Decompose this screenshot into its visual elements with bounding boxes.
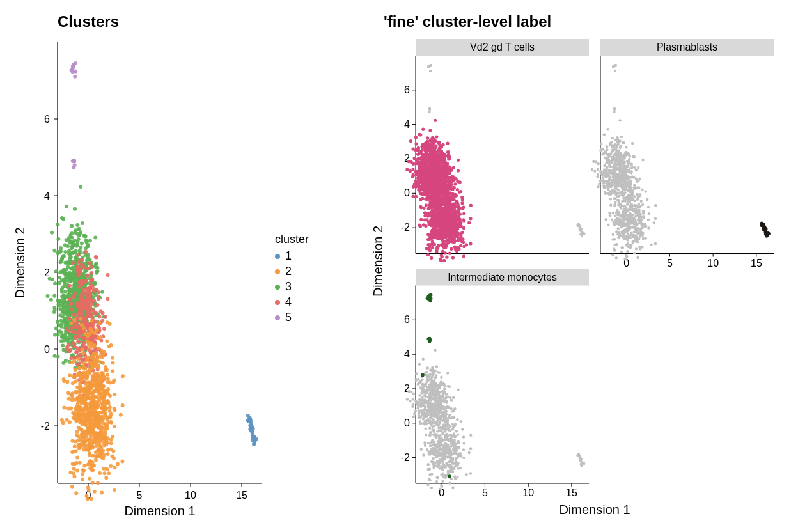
svg-point-5140 — [448, 460, 451, 463]
svg-point-908 — [73, 292, 77, 295]
svg-point-1689 — [78, 461, 82, 465]
svg-text:15: 15 — [751, 258, 762, 269]
svg-point-3200 — [458, 207, 462, 210]
svg-point-1667 — [104, 368, 107, 372]
legend-item: 3 — [275, 279, 309, 295]
svg-point-3440 — [453, 198, 456, 201]
svg-point-4211 — [607, 224, 609, 226]
svg-point-5235 — [444, 425, 447, 427]
svg-point-3376 — [428, 204, 431, 207]
svg-point-4861 — [444, 385, 446, 387]
svg-point-3865 — [616, 143, 619, 145]
svg-point-4644 — [425, 391, 428, 393]
svg-point-738 — [72, 341, 75, 345]
svg-point-864 — [82, 265, 86, 269]
svg-point-3531 — [603, 133, 606, 136]
svg-point-3005 — [440, 254, 443, 257]
svg-point-711 — [63, 268, 67, 272]
svg-point-1714 — [98, 453, 102, 457]
svg-point-3619 — [606, 148, 608, 151]
svg-point-4065 — [648, 212, 650, 215]
svg-point-1098 — [113, 393, 116, 396]
svg-point-4322 — [632, 235, 634, 238]
svg-point-1744 — [250, 430, 254, 434]
svg-point-3539 — [597, 162, 600, 165]
svg-point-3284 — [450, 180, 453, 183]
svg-point-380 — [80, 241, 84, 245]
svg-point-720 — [64, 309, 68, 313]
svg-point-1020 — [67, 329, 71, 333]
svg-point-4733 — [422, 418, 425, 420]
svg-point-2812 — [435, 162, 438, 166]
svg-point-2792 — [427, 153, 430, 156]
svg-point-5160 — [442, 472, 444, 474]
svg-point-4127 — [608, 212, 611, 214]
svg-point-748 — [88, 261, 92, 265]
svg-point-3760 — [604, 192, 607, 195]
svg-point-504 — [74, 228, 77, 232]
svg-point-4361 — [622, 233, 624, 236]
svg-point-3386 — [426, 198, 429, 201]
svg-point-2513 — [421, 175, 424, 178]
svg-point-2398 — [412, 148, 415, 151]
svg-point-2803 — [432, 157, 435, 160]
svg-point-4863 — [437, 385, 439, 387]
svg-point-2360 — [432, 137, 435, 141]
svg-point-1004 — [77, 347, 81, 350]
svg-point-4759 — [446, 396, 449, 398]
svg-point-2504 — [420, 156, 423, 159]
svg-point-5280 — [444, 430, 446, 432]
legend-dot-icon — [275, 269, 280, 274]
svg-point-4340 — [636, 223, 638, 225]
svg-point-1658 — [105, 339, 109, 343]
svg-point-3496 — [449, 206, 452, 209]
svg-point-1517 — [88, 346, 92, 350]
svg-point-1329 — [82, 327, 86, 331]
svg-point-5042 — [423, 441, 426, 444]
svg-point-3216 — [462, 254, 465, 258]
svg-point-4603 — [448, 386, 451, 388]
svg-point-1171 — [97, 347, 100, 350]
svg-point-428 — [53, 332, 57, 336]
svg-point-1669 — [95, 417, 99, 421]
svg-point-4775 — [434, 349, 436, 352]
svg-point-4122 — [625, 254, 627, 256]
svg-point-4724 — [415, 378, 418, 380]
svg-point-1010 — [77, 270, 81, 274]
svg-point-4150 — [647, 206, 650, 208]
svg-point-1697 — [86, 370, 90, 373]
svg-point-1680 — [99, 450, 103, 453]
svg-point-4876 — [435, 399, 438, 402]
svg-point-860 — [90, 265, 94, 269]
svg-point-323 — [54, 269, 58, 273]
svg-point-1323 — [77, 366, 81, 370]
svg-point-4259 — [620, 246, 623, 249]
svg-point-3756 — [608, 155, 611, 158]
svg-point-3273 — [457, 237, 460, 240]
svg-point-3342 — [431, 246, 434, 249]
svg-point-568 — [70, 224, 74, 228]
svg-point-3966 — [630, 170, 632, 173]
svg-point-5285 — [433, 442, 435, 445]
svg-point-1230 — [105, 467, 109, 471]
svg-point-2775 — [432, 188, 435, 191]
svg-point-5210 — [449, 429, 451, 432]
svg-point-2623 — [443, 157, 446, 160]
svg-point-1657 — [100, 384, 104, 388]
svg-point-4003 — [614, 186, 616, 189]
svg-point-879 — [97, 297, 100, 301]
svg-point-4767 — [418, 411, 420, 413]
svg-point-306 — [61, 344, 65, 348]
svg-point-75 — [61, 217, 65, 221]
svg-point-3505 — [426, 233, 430, 236]
svg-point-1011 — [84, 279, 88, 283]
svg-text:-2: -2 — [41, 421, 50, 432]
svg-point-4675 — [419, 422, 422, 425]
svg-point-872 — [68, 349, 72, 353]
svg-point-3486 — [461, 237, 464, 240]
svg-point-4888 — [430, 402, 433, 405]
svg-text:5: 5 — [667, 258, 673, 269]
svg-text:6: 6 — [404, 314, 410, 325]
svg-point-611 — [70, 336, 74, 340]
svg-point-4839 — [450, 407, 453, 410]
